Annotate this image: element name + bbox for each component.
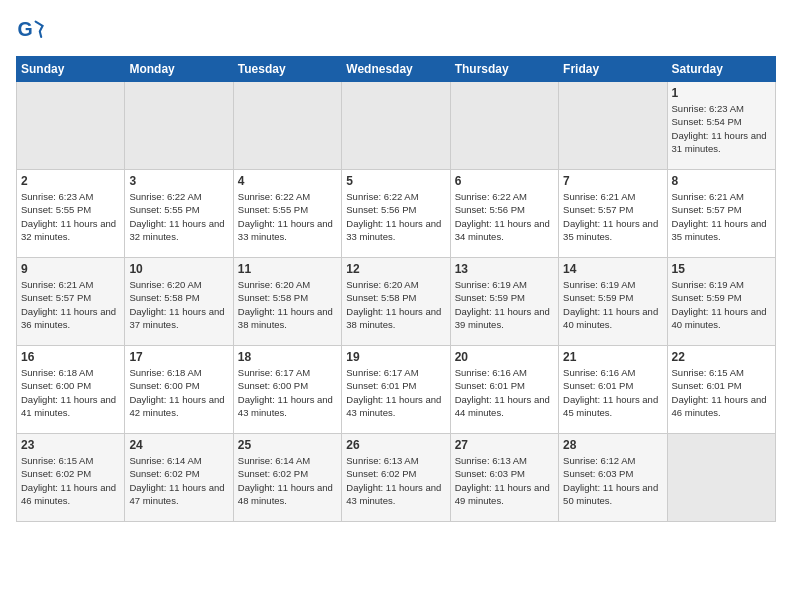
cell-info: Sunrise: 6:20 AMSunset: 5:58 PMDaylight:… bbox=[238, 278, 337, 331]
cell-info: Sunrise: 6:16 AMSunset: 6:01 PMDaylight:… bbox=[563, 366, 662, 419]
calendar-week-row: 16Sunrise: 6:18 AMSunset: 6:00 PMDayligh… bbox=[17, 346, 776, 434]
svg-text:G: G bbox=[17, 18, 32, 40]
day-number: 4 bbox=[238, 174, 337, 188]
calendar-cell: 18Sunrise: 6:17 AMSunset: 6:00 PMDayligh… bbox=[233, 346, 341, 434]
calendar-cell: 9Sunrise: 6:21 AMSunset: 5:57 PMDaylight… bbox=[17, 258, 125, 346]
calendar-cell: 6Sunrise: 6:22 AMSunset: 5:56 PMDaylight… bbox=[450, 170, 558, 258]
day-number: 25 bbox=[238, 438, 337, 452]
day-number: 13 bbox=[455, 262, 554, 276]
logo: G bbox=[16, 16, 46, 44]
calendar-cell bbox=[450, 82, 558, 170]
cell-info: Sunrise: 6:22 AMSunset: 5:56 PMDaylight:… bbox=[346, 190, 445, 243]
calendar-cell bbox=[233, 82, 341, 170]
calendar-cell bbox=[125, 82, 233, 170]
day-number: 19 bbox=[346, 350, 445, 364]
cell-info: Sunrise: 6:18 AMSunset: 6:00 PMDaylight:… bbox=[129, 366, 228, 419]
cell-info: Sunrise: 6:15 AMSunset: 6:01 PMDaylight:… bbox=[672, 366, 771, 419]
cell-info: Sunrise: 6:20 AMSunset: 5:58 PMDaylight:… bbox=[129, 278, 228, 331]
day-number: 8 bbox=[672, 174, 771, 188]
calendar-cell: 8Sunrise: 6:21 AMSunset: 5:57 PMDaylight… bbox=[667, 170, 775, 258]
cell-info: Sunrise: 6:22 AMSunset: 5:55 PMDaylight:… bbox=[129, 190, 228, 243]
cell-info: Sunrise: 6:21 AMSunset: 5:57 PMDaylight:… bbox=[21, 278, 120, 331]
calendar-week-row: 9Sunrise: 6:21 AMSunset: 5:57 PMDaylight… bbox=[17, 258, 776, 346]
calendar-cell bbox=[667, 434, 775, 522]
cell-info: Sunrise: 6:23 AMSunset: 5:55 PMDaylight:… bbox=[21, 190, 120, 243]
calendar-cell bbox=[342, 82, 450, 170]
calendar-cell: 12Sunrise: 6:20 AMSunset: 5:58 PMDayligh… bbox=[342, 258, 450, 346]
day-number: 24 bbox=[129, 438, 228, 452]
calendar-cell: 1Sunrise: 6:23 AMSunset: 5:54 PMDaylight… bbox=[667, 82, 775, 170]
column-header-saturday: Saturday bbox=[667, 57, 775, 82]
day-number: 7 bbox=[563, 174, 662, 188]
day-number: 22 bbox=[672, 350, 771, 364]
cell-info: Sunrise: 6:14 AMSunset: 6:02 PMDaylight:… bbox=[129, 454, 228, 507]
calendar-cell: 10Sunrise: 6:20 AMSunset: 5:58 PMDayligh… bbox=[125, 258, 233, 346]
calendar-cell: 2Sunrise: 6:23 AMSunset: 5:55 PMDaylight… bbox=[17, 170, 125, 258]
day-number: 3 bbox=[129, 174, 228, 188]
calendar-cell: 21Sunrise: 6:16 AMSunset: 6:01 PMDayligh… bbox=[559, 346, 667, 434]
calendar-table: SundayMondayTuesdayWednesdayThursdayFrid… bbox=[16, 56, 776, 522]
calendar-week-row: 1Sunrise: 6:23 AMSunset: 5:54 PMDaylight… bbox=[17, 82, 776, 170]
page-header: G bbox=[16, 16, 776, 44]
cell-info: Sunrise: 6:19 AMSunset: 5:59 PMDaylight:… bbox=[563, 278, 662, 331]
column-header-friday: Friday bbox=[559, 57, 667, 82]
day-number: 12 bbox=[346, 262, 445, 276]
calendar-cell: 19Sunrise: 6:17 AMSunset: 6:01 PMDayligh… bbox=[342, 346, 450, 434]
day-number: 23 bbox=[21, 438, 120, 452]
day-number: 1 bbox=[672, 86, 771, 100]
cell-info: Sunrise: 6:22 AMSunset: 5:56 PMDaylight:… bbox=[455, 190, 554, 243]
day-number: 15 bbox=[672, 262, 771, 276]
day-number: 20 bbox=[455, 350, 554, 364]
calendar-cell: 7Sunrise: 6:21 AMSunset: 5:57 PMDaylight… bbox=[559, 170, 667, 258]
day-number: 28 bbox=[563, 438, 662, 452]
column-header-monday: Monday bbox=[125, 57, 233, 82]
column-header-thursday: Thursday bbox=[450, 57, 558, 82]
day-number: 2 bbox=[21, 174, 120, 188]
cell-info: Sunrise: 6:17 AMSunset: 6:00 PMDaylight:… bbox=[238, 366, 337, 419]
day-number: 14 bbox=[563, 262, 662, 276]
logo-icon: G bbox=[16, 16, 44, 44]
calendar-cell: 23Sunrise: 6:15 AMSunset: 6:02 PMDayligh… bbox=[17, 434, 125, 522]
calendar-cell: 16Sunrise: 6:18 AMSunset: 6:00 PMDayligh… bbox=[17, 346, 125, 434]
calendar-cell: 5Sunrise: 6:22 AMSunset: 5:56 PMDaylight… bbox=[342, 170, 450, 258]
cell-info: Sunrise: 6:21 AMSunset: 5:57 PMDaylight:… bbox=[672, 190, 771, 243]
cell-info: Sunrise: 6:19 AMSunset: 5:59 PMDaylight:… bbox=[672, 278, 771, 331]
cell-info: Sunrise: 6:21 AMSunset: 5:57 PMDaylight:… bbox=[563, 190, 662, 243]
calendar-cell: 28Sunrise: 6:12 AMSunset: 6:03 PMDayligh… bbox=[559, 434, 667, 522]
calendar-cell: 17Sunrise: 6:18 AMSunset: 6:00 PMDayligh… bbox=[125, 346, 233, 434]
day-number: 21 bbox=[563, 350, 662, 364]
day-number: 27 bbox=[455, 438, 554, 452]
column-header-tuesday: Tuesday bbox=[233, 57, 341, 82]
calendar-cell: 11Sunrise: 6:20 AMSunset: 5:58 PMDayligh… bbox=[233, 258, 341, 346]
calendar-cell: 22Sunrise: 6:15 AMSunset: 6:01 PMDayligh… bbox=[667, 346, 775, 434]
day-number: 5 bbox=[346, 174, 445, 188]
calendar-week-row: 2Sunrise: 6:23 AMSunset: 5:55 PMDaylight… bbox=[17, 170, 776, 258]
cell-info: Sunrise: 6:13 AMSunset: 6:02 PMDaylight:… bbox=[346, 454, 445, 507]
cell-info: Sunrise: 6:19 AMSunset: 5:59 PMDaylight:… bbox=[455, 278, 554, 331]
calendar-cell bbox=[17, 82, 125, 170]
calendar-cell: 20Sunrise: 6:16 AMSunset: 6:01 PMDayligh… bbox=[450, 346, 558, 434]
cell-info: Sunrise: 6:15 AMSunset: 6:02 PMDaylight:… bbox=[21, 454, 120, 507]
cell-info: Sunrise: 6:18 AMSunset: 6:00 PMDaylight:… bbox=[21, 366, 120, 419]
cell-info: Sunrise: 6:14 AMSunset: 6:02 PMDaylight:… bbox=[238, 454, 337, 507]
cell-info: Sunrise: 6:17 AMSunset: 6:01 PMDaylight:… bbox=[346, 366, 445, 419]
calendar-cell: 14Sunrise: 6:19 AMSunset: 5:59 PMDayligh… bbox=[559, 258, 667, 346]
calendar-cell: 24Sunrise: 6:14 AMSunset: 6:02 PMDayligh… bbox=[125, 434, 233, 522]
day-number: 18 bbox=[238, 350, 337, 364]
calendar-cell: 27Sunrise: 6:13 AMSunset: 6:03 PMDayligh… bbox=[450, 434, 558, 522]
day-number: 6 bbox=[455, 174, 554, 188]
column-header-sunday: Sunday bbox=[17, 57, 125, 82]
calendar-cell bbox=[559, 82, 667, 170]
calendar-cell: 25Sunrise: 6:14 AMSunset: 6:02 PMDayligh… bbox=[233, 434, 341, 522]
day-number: 9 bbox=[21, 262, 120, 276]
day-number: 16 bbox=[21, 350, 120, 364]
day-number: 11 bbox=[238, 262, 337, 276]
calendar-cell: 13Sunrise: 6:19 AMSunset: 5:59 PMDayligh… bbox=[450, 258, 558, 346]
cell-info: Sunrise: 6:16 AMSunset: 6:01 PMDaylight:… bbox=[455, 366, 554, 419]
cell-info: Sunrise: 6:23 AMSunset: 5:54 PMDaylight:… bbox=[672, 102, 771, 155]
cell-info: Sunrise: 6:12 AMSunset: 6:03 PMDaylight:… bbox=[563, 454, 662, 507]
calendar-cell: 3Sunrise: 6:22 AMSunset: 5:55 PMDaylight… bbox=[125, 170, 233, 258]
cell-info: Sunrise: 6:22 AMSunset: 5:55 PMDaylight:… bbox=[238, 190, 337, 243]
calendar-cell: 26Sunrise: 6:13 AMSunset: 6:02 PMDayligh… bbox=[342, 434, 450, 522]
day-number: 10 bbox=[129, 262, 228, 276]
